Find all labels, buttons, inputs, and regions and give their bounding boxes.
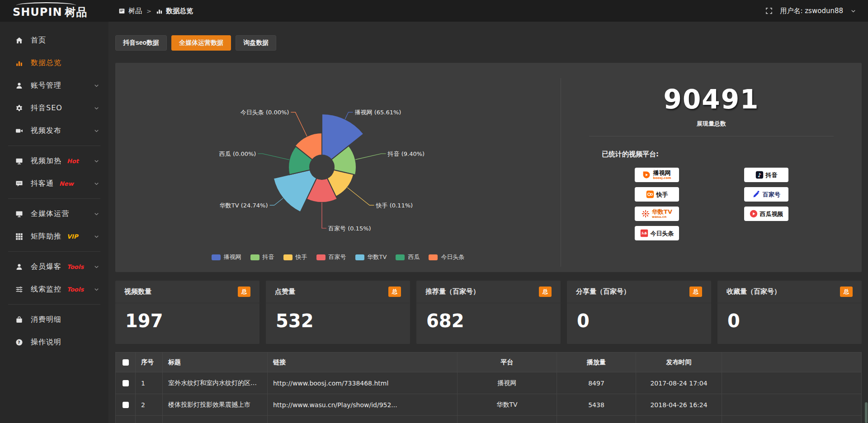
column-header-extra <box>722 352 862 372</box>
pie-slice-4[interactable] <box>274 170 317 212</box>
total-badge[interactable]: 总 <box>539 287 552 297</box>
breadcrumb: 树品 > 数据总览 <box>118 7 193 15</box>
legend-item-4[interactable]: 华数TV <box>355 253 387 261</box>
question-icon: ? <box>15 338 23 346</box>
platform-badge-label: 西瓜视频 <box>760 211 783 217</box>
platform-badge-sub: wasu.cn <box>652 216 672 219</box>
column-header-1[interactable]: 标题 <box>163 352 268 372</box>
sidebar-item-leads-monitor[interactable]: 线索监控Tools <box>0 278 108 301</box>
legend-item-5[interactable]: 西瓜 <box>396 253 420 261</box>
legend-label: 播视网 <box>224 253 241 261</box>
sidebar-item-label: 首页 <box>31 36 46 45</box>
caret-down-icon <box>94 234 99 240</box>
stat-card-0: 视频数量总197 <box>115 281 259 344</box>
screen-icon <box>15 157 23 165</box>
rose-pie-chart[interactable]: 播视网 (65.61%)抖音 (9.40%)快手 (0.11%)百家号 (0.1… <box>115 63 561 272</box>
stat-card-2: 推荐量（百家号）总682 <box>416 281 561 344</box>
sidebar-item-help[interactable]: ?操作说明 <box>0 331 108 353</box>
select-all-checkbox[interactable] <box>123 359 129 366</box>
sidebar-item-home[interactable]: 首页 <box>0 29 108 52</box>
legend-swatch <box>250 254 259 260</box>
column-header-4[interactable]: 播放量 <box>557 352 636 372</box>
breadcrumb-current[interactable]: 数据总览 <box>156 7 193 15</box>
sidebar-item-matrix-boost[interactable]: 矩阵助推VIP <box>0 225 108 248</box>
sidebar-item-douyin-seo[interactable]: 抖音SEO <box>0 97 108 119</box>
stat-card-value: 0 <box>567 303 711 331</box>
sidebar-item-media-ops[interactable]: 全媒体运营 <box>0 202 108 225</box>
sidebar-item-video-heat[interactable]: 视频加热Hot <box>0 150 108 172</box>
legend-swatch <box>429 254 438 260</box>
column-header-0[interactable]: 序号 <box>136 352 163 372</box>
pie-label-4: 华数TV (24.74%) <box>220 202 268 209</box>
breadcrumb-separator: > <box>146 8 151 14</box>
sidebar-item-label: 会员爆客 <box>31 262 61 272</box>
stat-card-value: 197 <box>115 303 259 331</box>
column-header-2[interactable]: 链接 <box>268 352 458 372</box>
sidebar-item-data-overview[interactable]: 数据总览 <box>0 52 108 74</box>
user-menu-caret[interactable] <box>850 8 856 14</box>
caret-down-icon <box>94 128 99 134</box>
cell-title[interactable]: 室外水纹灯和室内水纹灯的区别和简介 <box>163 372 268 394</box>
fullscreen-icon <box>765 7 773 14</box>
pie-chart-area: 播视网 (65.61%)抖音 (9.40%)快手 (0.11%)百家号 (0.1… <box>115 63 561 272</box>
total-impressions-value: 90491 <box>561 86 862 113</box>
pie-label-line-4 <box>270 198 283 206</box>
column-header-5[interactable]: 发布时间 <box>636 352 722 372</box>
baijiahao-logo-icon <box>752 190 760 198</box>
total-badge[interactable]: 总 <box>388 287 401 297</box>
video-icon <box>15 127 23 135</box>
sidebar-item-video-publish[interactable]: 视频发布 <box>0 119 108 142</box>
doc-icon <box>118 8 125 14</box>
stat-card-value: 682 <box>416 303 561 331</box>
tab-douyin-seo-data[interactable]: 抖音seo数据 <box>115 35 167 51</box>
stat-cards: 视频数量总197点赞量总532推荐量（百家号）总682分享量（百家号）总0收藏量… <box>115 281 862 344</box>
username[interactable]: 用户名: zswodun88 <box>780 7 843 15</box>
cell-title[interactable]: 楼体投影灯投影效果震撼上市 <box>163 394 268 416</box>
stat-card-head: 视频数量总 <box>115 281 259 303</box>
svg-text:头条: 头条 <box>641 231 647 235</box>
sidebar-item-label: 线索监控 <box>31 285 61 294</box>
legend-label: 今日头条 <box>441 253 464 261</box>
pie-label-1: 抖音 (9.40%) <box>387 150 425 157</box>
tab-inquiry-data[interactable]: 询盘数据 <box>236 35 276 51</box>
scrollbar-thumb[interactable] <box>865 402 868 423</box>
pie-label-3: 百家号 (0.15%) <box>328 225 371 232</box>
stat-card-label: 推荐量（百家号） <box>425 287 480 296</box>
legend-item-1[interactable]: 抖音 <box>250 253 274 261</box>
cell-link[interactable]: http://www.wasu.cn/Play/show/id/952... <box>268 394 458 416</box>
total-badge[interactable]: 总 <box>238 287 250 297</box>
tab-media-ops-data[interactable]: 全媒体运营数据 <box>171 35 231 51</box>
stat-card-head: 收藏量（百家号）总 <box>717 281 862 303</box>
column-header-3[interactable]: 平台 <box>458 352 557 372</box>
stat-card-label: 视频数量 <box>124 287 151 296</box>
svg-text:♪: ♪ <box>758 172 761 179</box>
row-checkbox[interactable] <box>123 402 129 408</box>
table-row-partial <box>116 416 862 423</box>
platform-badge-label: 今日头条 <box>651 230 674 236</box>
cell-platform: 播视网 <box>458 372 557 394</box>
stat-card-head: 分享量（百家号）总 <box>567 281 711 303</box>
legend-label: 抖音 <box>263 253 274 261</box>
table-header-row: 序号标题链接平台播放量发布时间 <box>116 352 862 372</box>
legend-label: 百家号 <box>329 253 346 261</box>
legend-item-2[interactable]: 快手 <box>283 253 307 261</box>
caret-down-icon <box>94 264 99 270</box>
sidebar-item-account[interactable]: 账号管理 <box>0 74 108 97</box>
cell-time: 2018-04-26 16:24 <box>636 394 722 416</box>
platform-badge-label: 华数TV <box>652 209 672 215</box>
legend-item-0[interactable]: 播视网 <box>212 253 241 261</box>
row-checkbox[interactable] <box>123 380 129 386</box>
sidebar-item-member-baoke[interactable]: 会员爆客Tools <box>0 255 108 278</box>
fullscreen-button[interactable] <box>765 7 773 14</box>
legend-item-6[interactable]: 今日头条 <box>429 253 464 261</box>
cell-link[interactable]: http://www.boosj.com/7338468.html <box>268 372 458 394</box>
pie-label-5: 西瓜 (0.00%) <box>219 150 256 157</box>
sidebar-item-douketong[interactable]: 抖客通New <box>0 172 108 195</box>
total-badge[interactable]: 总 <box>840 287 853 297</box>
legend-item-3[interactable]: 百家号 <box>316 253 346 261</box>
total-badge[interactable]: 总 <box>689 287 702 297</box>
breadcrumb-root[interactable]: 树品 <box>118 7 142 15</box>
wasu-logo-icon <box>642 210 650 218</box>
sidebar-item-consume[interactable]: 消费明细 <box>0 308 108 331</box>
sidebar-item-tag: Tools <box>67 286 84 293</box>
